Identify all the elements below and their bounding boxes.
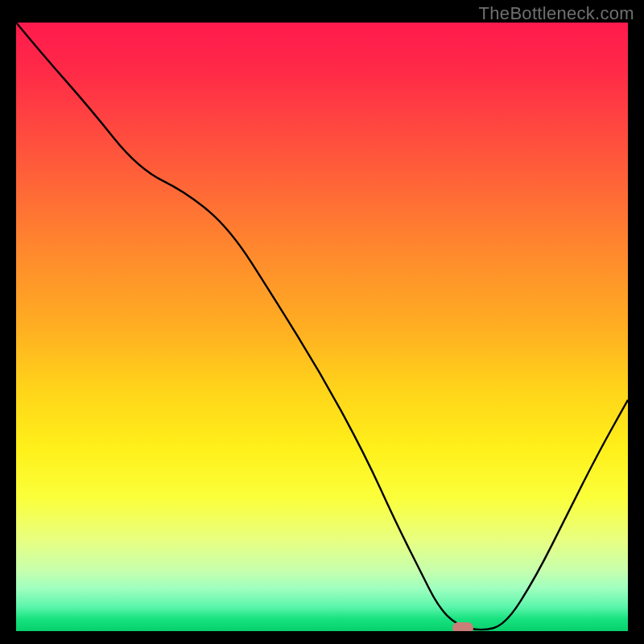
watermark-text: TheBottleneck.com	[479, 3, 634, 24]
plot-area	[16, 23, 628, 631]
bottleneck-curve	[16, 23, 628, 631]
chart-frame: TheBottleneck.com	[0, 0, 644, 644]
optimal-marker	[452, 622, 473, 631]
